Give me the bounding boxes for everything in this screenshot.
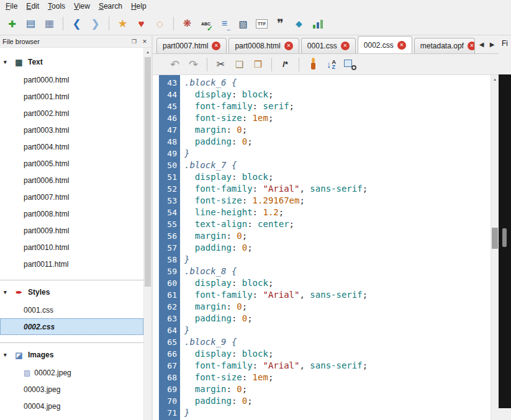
wedge-icon[interactable]: ◆ — [291, 16, 307, 32]
code-token: ; — [268, 89, 273, 99]
scrollbar-thumb[interactable] — [145, 57, 151, 287]
overlay-glyph: ✓ — [207, 25, 213, 32]
code-token: .block_7 — [184, 160, 226, 170]
tab-close-icon[interactable]: ✕ — [468, 42, 475, 50]
insert-image-icon[interactable]: ▧ — [235, 16, 251, 32]
file-0001.css[interactable]: 0001.css — [0, 302, 143, 318]
glyph: ↷ — [189, 59, 198, 70]
section-header-styles[interactable]: ▾✒Styles — [0, 283, 143, 302]
tab-close-icon[interactable]: ✕ — [212, 42, 220, 50]
forward-icon[interactable]: ❯ — [87, 16, 104, 32]
section-header-text[interactable]: ▾▦Text — [0, 53, 143, 71]
menu-view[interactable]: View — [70, 1, 94, 12]
tab-part0007.html[interactable]: part0007.html✕ — [156, 38, 227, 53]
glyph: ❯ — [91, 19, 99, 29]
indent-icon[interactable]: ≡← — [216, 16, 233, 32]
menu-edit[interactable]: Edit — [22, 1, 43, 12]
file-part0001.html[interactable]: part0001.html — [0, 88, 143, 105]
redo-icon[interactable]: ↷ — [185, 56, 202, 73]
tab-metadata.opf[interactable]: metadata.opf✕ — [414, 38, 475, 53]
menubar: FileEditToolsViewSearchHelp — [0, 0, 511, 12]
glyph: ✂ — [217, 60, 225, 69]
file-part0007.html[interactable]: part0007.html — [0, 189, 143, 205]
scrollbar-thumb[interactable] — [492, 228, 498, 249]
editor-scrollbar[interactable]: ▲ — [491, 75, 499, 420]
find-replace-icon[interactable] — [341, 56, 358, 73]
file-part0005.html[interactable]: part0005.html — [0, 155, 143, 172]
new-file-icon[interactable]: ✚ — [4, 16, 20, 32]
copy-icon[interactable]: ❏ — [231, 56, 248, 73]
file-part0010.html[interactable]: part0010.html — [0, 239, 143, 256]
code-token: display — [195, 89, 232, 99]
menu-search[interactable]: Search — [94, 1, 127, 12]
quotes-icon[interactable]: ❞ — [272, 16, 289, 32]
code-token — [184, 360, 195, 370]
code-token: 1.29167em — [253, 195, 300, 205]
file-00004.jpeg[interactable]: 00004.jpeg — [0, 398, 143, 414]
glyph: ★ — [117, 18, 127, 29]
overlay-glyph: ← — [226, 27, 232, 32]
tab-scroll-left-icon[interactable]: ◀ — [477, 41, 486, 48]
close-panel-icon[interactable]: ✕ — [140, 37, 149, 46]
tab-close-icon[interactable]: ✕ — [341, 42, 350, 50]
font-file-icon[interactable]: TTF — [253, 16, 270, 32]
tab-scroll-right-icon[interactable]: ▶ — [488, 41, 496, 48]
file-part0003.html[interactable]: part0003.html — [0, 122, 143, 138]
heart-icon[interactable]: ♥ — [133, 16, 150, 32]
expand-arrow-icon[interactable]: ▾ — [4, 352, 10, 358]
float-panel-icon[interactable]: ❐ — [130, 37, 138, 46]
code-token: , — [299, 184, 304, 194]
tab-part0008.html[interactable]: part0008.html✕ — [228, 38, 299, 53]
scroll-up-icon[interactable]: ▲ — [144, 48, 151, 56]
scroll-up-icon[interactable]: ▲ — [491, 75, 499, 84]
file-part0011.html[interactable]: part0011.html — [0, 256, 143, 272]
menu-file[interactable]: File — [1, 1, 22, 12]
comment-icon[interactable]: /* — [277, 56, 294, 73]
code-token — [184, 89, 195, 99]
reports-icon[interactable] — [309, 16, 326, 32]
cut-icon[interactable]: ✂ — [212, 56, 229, 73]
file-part0006.html[interactable]: part0006.html — [0, 172, 143, 189]
tab-label: part0007.html — [163, 42, 208, 50]
undo-icon[interactable]: ↶ — [166, 56, 183, 73]
bug-icon[interactable]: ❋ — [179, 16, 196, 32]
expand-arrow-icon[interactable]: ▾ — [4, 289, 10, 295]
preview-scroll-mark[interactable] — [502, 228, 507, 247]
tab-0001.css[interactable]: 0001.css✕ — [301, 38, 356, 53]
menu-help[interactable]: Help — [127, 1, 151, 12]
menu-mnemonic: V — [74, 2, 79, 11]
tab-close-icon[interactable]: ✕ — [284, 42, 293, 50]
lighter-icon[interactable] — [304, 56, 321, 73]
code-line: .block_7 { — [184, 159, 491, 171]
file-0002.css[interactable]: 0002.css — [0, 318, 143, 335]
tab-0002.css[interactable]: 0002.css✕ — [358, 36, 412, 53]
expand-arrow-icon[interactable]: ▾ — [4, 59, 10, 65]
sort-az-icon[interactable]: ↓AZ — [323, 56, 340, 73]
tab-close-icon[interactable]: ✕ — [397, 41, 406, 50]
file-00003.jpeg[interactable]: 00003.jpeg — [0, 381, 143, 398]
menu-tools[interactable]: Tools — [43, 1, 70, 12]
open-file-icon[interactable]: ▤ — [22, 16, 39, 32]
file-part0009.html[interactable]: part0009.html — [0, 222, 143, 239]
code-editor[interactable]: 4344454647484950515253545556575859606162… — [153, 75, 499, 420]
save-icon[interactable]: ▦ — [41, 16, 58, 32]
file-00002.jpeg[interactable]: ▨00002.jpeg — [0, 364, 143, 381]
toolbar-separator — [299, 58, 299, 71]
section-header-images[interactable]: ▾◪Images — [0, 346, 143, 364]
star-icon[interactable]: ★ — [114, 16, 131, 32]
file-part0008.html[interactable]: part0008.html — [0, 205, 143, 222]
flame-glyph — [312, 58, 315, 63]
dashed-circle-icon[interactable]: ◌ — [151, 16, 168, 32]
file-part0002.html[interactable]: part0002.html — [0, 105, 143, 122]
file-browser-scrollbar[interactable]: ▲ — [143, 48, 151, 420]
code-content[interactable]: .block_6 { display: block; font-family: … — [180, 75, 491, 420]
code-token: serif — [263, 101, 289, 111]
spellcheck-icon[interactable]: ABC✓ — [197, 16, 214, 32]
code-token: 0 — [242, 136, 247, 146]
code-token: : — [247, 219, 252, 229]
back-icon[interactable]: ❮ — [68, 16, 85, 32]
code-token: ; — [268, 372, 273, 382]
paste-icon[interactable]: ❒ — [250, 56, 266, 73]
file-part0004.html[interactable]: part0004.html — [0, 138, 143, 155]
file-part0000.html[interactable]: part0000.html — [0, 71, 143, 88]
